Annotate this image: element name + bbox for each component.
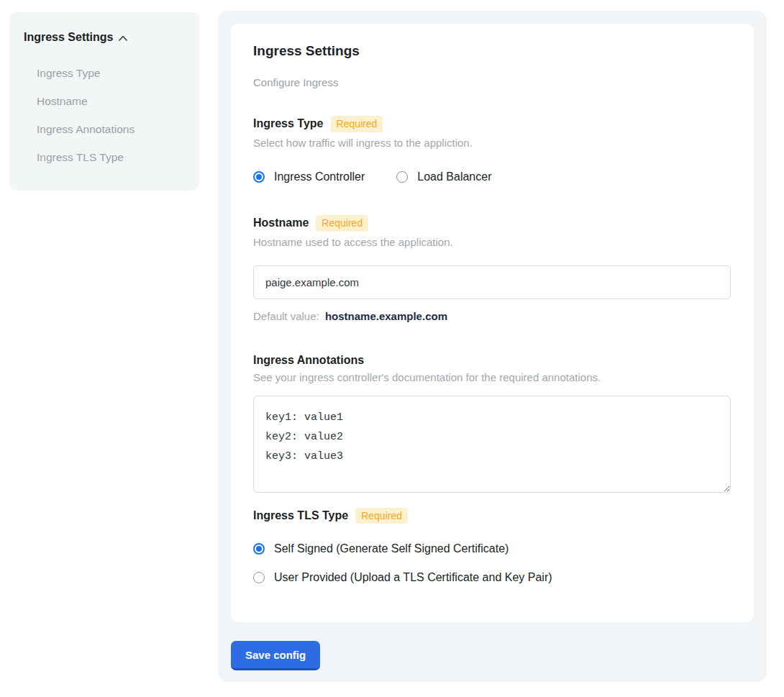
hostname-label: Hostname (253, 217, 309, 229)
hostname-default-label: Default value: (253, 310, 319, 322)
page-subtitle: Configure Ingress (253, 76, 731, 88)
sidebar-item-ingress-annotations[interactable]: Ingress Annotations (24, 116, 185, 143)
required-badge: Required (316, 215, 368, 232)
field-ingress-annotations: Ingress Annotations See your ingress con… (253, 354, 731, 493)
radio-self-signed[interactable]: Self Signed (Generate Self Signed Certif… (253, 542, 731, 555)
required-badge: Required (331, 116, 383, 132)
radio-load-balancer[interactable]: Load Balancer (396, 170, 491, 183)
field-ingress-tls-type: Ingress TLS Type Required Self Signed (G… (253, 508, 731, 585)
radio-load-balancer-label: Load Balancer (417, 170, 491, 183)
radio-ingress-controller[interactable]: Ingress Controller (253, 170, 365, 183)
hostname-default-line: Default value: hostname.example.com (253, 310, 731, 322)
radio-unselected-icon (396, 171, 408, 183)
radio-selected-icon (253, 543, 265, 555)
radio-selected-icon (253, 171, 265, 183)
sidebar: Ingress Settings Ingress Type Hostname I… (9, 12, 199, 191)
radio-user-provided[interactable]: User Provided (Upload a TLS Certificate … (253, 571, 731, 584)
field-ingress-type: Ingress Type Required Select how traffic… (253, 116, 731, 183)
radio-ingress-controller-label: Ingress Controller (274, 170, 365, 183)
hostname-description: Hostname used to access the application. (253, 236, 731, 248)
chevron-up-icon (119, 35, 127, 41)
sidebar-item-ingress-type[interactable]: Ingress Type (24, 60, 185, 87)
ingress-type-radio-group: Ingress Controller Load Balancer (253, 170, 731, 183)
field-hostname: Hostname Required Hostname used to acces… (253, 215, 731, 322)
ingress-tls-radio-group: Self Signed (Generate Self Signed Certif… (253, 542, 731, 584)
save-config-button[interactable]: Save config (231, 641, 320, 670)
ingress-type-label: Ingress Type (253, 117, 324, 130)
ingress-annotations-description: See your ingress controller's documentat… (253, 371, 731, 383)
sidebar-section-label: Ingress Settings (24, 31, 113, 44)
required-badge: Required (355, 508, 408, 524)
sidebar-item-hostname[interactable]: Hostname (24, 88, 185, 115)
hostname-input[interactable] (253, 265, 731, 299)
radio-unselected-icon (253, 572, 265, 583)
ingress-annotations-textarea[interactable]: key1: value1 key2: value2 key3: value3 (253, 396, 731, 493)
radio-user-provided-label: User Provided (Upload a TLS Certificate … (274, 571, 552, 584)
ingress-settings-card: Ingress Settings Configure Ingress Ingre… (231, 24, 754, 622)
sidebar-item-ingress-tls-type[interactable]: Ingress TLS Type (24, 144, 185, 171)
ingress-type-description: Select how traffic will ingress to the a… (253, 137, 731, 149)
main-panel: Ingress Settings Configure Ingress Ingre… (218, 11, 767, 682)
ingress-tls-type-label: Ingress TLS Type (253, 509, 348, 522)
sidebar-section-ingress-settings[interactable]: Ingress Settings (24, 31, 185, 44)
hostname-default-value: hostname.example.com (325, 310, 447, 322)
radio-self-signed-label: Self Signed (Generate Self Signed Certif… (274, 542, 509, 555)
page-title: Ingress Settings (253, 43, 731, 59)
ingress-annotations-label: Ingress Annotations (253, 354, 364, 367)
sidebar-list: Ingress Type Hostname Ingress Annotation… (24, 60, 185, 171)
